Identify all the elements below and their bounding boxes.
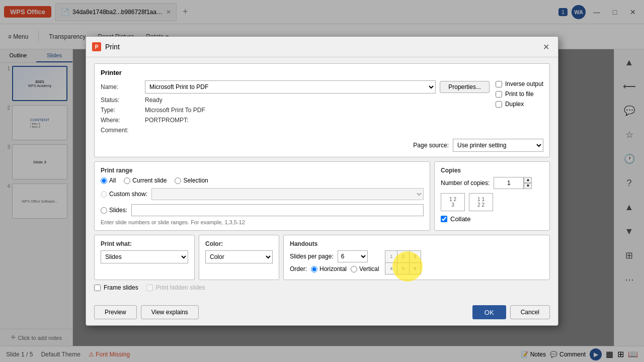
current-slide-radio[interactable] <box>124 177 130 184</box>
copies-input-wrap: 1 ▲ ▼ <box>494 177 532 189</box>
dialog-footer: Preview View explains OK Cancel <box>86 301 558 325</box>
preview-button[interactable]: Preview <box>94 305 137 319</box>
slides-per-page-label: Slides per page: <box>290 253 334 260</box>
type-label: Type: <box>101 107 141 114</box>
horizontal-radio-item: Horizontal <box>311 265 347 273</box>
inverse-output-row: Inverse output <box>496 80 543 87</box>
selection-radio[interactable] <box>175 177 181 184</box>
copies-section: Copies Number of copies: 1 ▲ ▼ <box>434 161 550 231</box>
bottom-sections: Print what: Slides Color: Color Handouts <box>94 235 550 280</box>
vertical-radio-item: Vertical <box>351 265 379 273</box>
slides-hint: Enter slide numbers or slide ranges. For… <box>101 219 424 225</box>
page-source-select[interactable]: Use printer setting <box>453 139 543 152</box>
inverse-output-checkbox[interactable] <box>496 81 502 87</box>
color-section: Color: Color <box>199 235 279 280</box>
copies-label-row: Number of copies: 1 ▲ ▼ <box>441 177 543 189</box>
properties-button[interactable]: Properties... <box>440 81 490 93</box>
handouts-body: Slides per page: 6 Order: Horizontal <box>290 250 543 275</box>
custom-show-select[interactable] <box>151 188 424 200</box>
current-slide-label: Current slide <box>132 177 167 184</box>
all-radio-item: All <box>101 177 116 184</box>
dialog-overlay: P Print ✕ Printer Name: Microsoft Print … <box>0 0 644 362</box>
handout-cell-6: 6 <box>410 263 421 275</box>
footer-left: Preview View explains <box>94 305 199 319</box>
dialog-title-area: P Print <box>92 42 120 51</box>
all-label: All <box>109 177 116 184</box>
print-to-file-checkbox[interactable] <box>496 91 502 98</box>
frame-row: Frame slides Print hidden slides <box>94 284 550 291</box>
printer-type-row: Type: Microsoft Print To PDF <box>101 107 490 114</box>
where-value: PORTPROMPT: <box>145 117 490 124</box>
printer-left: Name: Microsoft Print to PDF Properties.… <box>101 80 490 137</box>
custom-show-row: Custom show: <box>101 188 424 200</box>
print-what-select[interactable]: Slides <box>101 250 188 263</box>
printer-select[interactable]: Microsoft Print to PDF <box>145 80 436 94</box>
duplex-label: Duplex <box>505 101 524 108</box>
collate-checkbox[interactable] <box>441 216 447 222</box>
copies-input[interactable]: 1 <box>494 177 524 189</box>
handout-grid: 1 2 3 4 5 6 <box>385 250 421 275</box>
status-label: Status: <box>101 97 141 104</box>
handout-cell-4: 4 <box>385 263 397 275</box>
dialog-title-icon: P <box>92 42 101 51</box>
print-what-section: Print what: Slides <box>94 235 195 280</box>
printer-checkboxes: Inverse output Print to file Duplex <box>496 80 543 137</box>
copies-header: Copies <box>441 167 543 174</box>
slides-row: Slides: <box>101 204 424 216</box>
copies-number-label: Number of copies: <box>441 179 490 187</box>
copies-up-button[interactable]: ▲ <box>524 177 532 183</box>
name-label: Name: <box>101 83 141 90</box>
page-source-label: Page source: <box>413 142 449 149</box>
view-explains-button[interactable]: View explains <box>141 305 199 319</box>
type-value: Microsoft Print To PDF <box>145 107 490 114</box>
print-dialog: P Print ✕ Printer Name: Microsoft Print … <box>86 36 558 326</box>
collate-row: Collate <box>441 215 543 223</box>
printer-name-row: Name: Microsoft Print to PDF Properties.… <box>101 80 490 94</box>
range-radio-row1: All Current slide Selection <box>101 177 424 184</box>
frame-slides-item: Frame slides <box>94 284 138 291</box>
print-to-file-row: Print to file <box>496 90 543 98</box>
slides-per-page-select[interactable]: 6 <box>338 250 368 262</box>
all-radio[interactable] <box>101 177 107 184</box>
printer-main-row: Name: Microsoft Print to PDF Properties.… <box>101 80 543 137</box>
print-hidden-checkbox[interactable] <box>146 285 153 291</box>
print-range-section: Print range All Current slide Selecti <box>94 161 430 231</box>
vertical-radio[interactable] <box>351 266 357 273</box>
current-slide-radio-item: Current slide <box>124 177 167 184</box>
slides-input[interactable] <box>131 204 424 216</box>
ok-button[interactable]: OK <box>472 305 506 319</box>
frame-slides-checkbox[interactable] <box>94 285 101 291</box>
horizontal-label: Horizontal <box>319 265 347 273</box>
horizontal-radio[interactable] <box>311 266 317 273</box>
copies-down-button[interactable]: ▼ <box>524 183 532 189</box>
handouts-section: Handouts Slides per page: 6 Order: <box>283 235 550 280</box>
comment-label: Comment: <box>101 127 141 134</box>
footer-right: OK Cancel <box>472 305 550 319</box>
color-select[interactable]: Color <box>205 250 273 263</box>
handout-cell-5: 5 <box>397 263 409 275</box>
where-label: Where: <box>101 117 141 124</box>
printer-where-row: Where: PORTPROMPT: <box>101 117 490 124</box>
copies-spinner: ▲ ▼ <box>524 177 532 189</box>
print-hidden-item: Print hidden slides <box>146 284 205 291</box>
order-label: Order: <box>290 265 307 273</box>
duplex-checkbox[interactable] <box>496 101 502 108</box>
collate-label: Collate <box>450 215 470 223</box>
dialog-close-button[interactable]: ✕ <box>540 41 552 53</box>
custom-show-radio[interactable] <box>101 191 107 198</box>
handouts-header: Handouts <box>290 240 543 247</box>
handout-cell-3: 3 <box>410 251 421 262</box>
collate-icon-2: 1 1 2 2 <box>469 193 493 211</box>
order-row: Order: Horizontal Vertical <box>290 265 379 273</box>
vertical-label: Vertical <box>359 265 379 273</box>
print-what-header: Print what: <box>101 240 188 247</box>
inverse-output-label: Inverse output <box>505 80 543 87</box>
frame-slides-label: Frame slides <box>104 284 138 291</box>
collate-icon-1: 1 2 3 <box>441 193 465 211</box>
handout-cell-1: 1 <box>385 251 397 262</box>
dialog-titlebar: P Print ✕ <box>86 37 558 57</box>
slides-per-page-row: Slides per page: 6 <box>290 250 379 262</box>
cancel-button[interactable]: Cancel <box>510 305 550 319</box>
printer-select-wrap: Microsoft Print to PDF <box>145 80 436 94</box>
slides-radio[interactable] <box>101 207 107 214</box>
